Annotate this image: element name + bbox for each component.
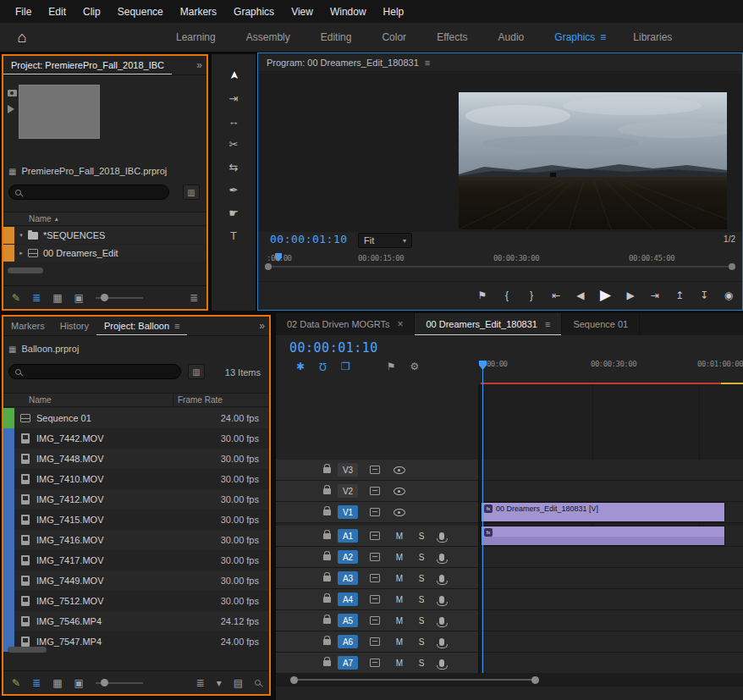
bin-row-img-7415-mov[interactable]: IMG_7415.MOV30.00 fps	[3, 510, 269, 530]
timeline-horizontal-scrollbar[interactable]	[276, 673, 743, 686]
solo-button[interactable]: S	[416, 553, 427, 562]
workspace-panel-menu-icon[interactable]: ≡	[600, 31, 618, 43]
sync-lock-icon[interactable]	[370, 508, 380, 516]
microphone-icon[interactable]	[439, 659, 444, 667]
zoom-slider[interactable]	[96, 682, 143, 684]
step-back-button[interactable]: ◀	[575, 289, 586, 301]
sort-icons-button[interactable]: ≣	[190, 292, 198, 304]
track-lane-v1[interactable]: fx00 Dreamers_Edit_180831 [V]	[481, 502, 743, 522]
workspace-tab-graphics[interactable]: Graphics	[539, 31, 600, 43]
timeline-playhead-line[interactable]	[482, 362, 483, 673]
lock-icon[interactable]	[323, 510, 331, 515]
selection-tool[interactable]: ➤	[226, 64, 241, 86]
sync-lock-icon[interactable]	[370, 553, 380, 561]
solo-button[interactable]: S	[416, 532, 427, 541]
search-filter-button[interactable]: ▥	[183, 185, 200, 200]
home-button[interactable]: ⌂	[0, 23, 44, 52]
microphone-icon[interactable]	[439, 617, 444, 625]
track-lane-a1[interactable]: fx	[481, 526, 743, 546]
track-lane-a4[interactable]	[481, 589, 743, 609]
solo-button[interactable]: S	[416, 616, 427, 626]
track-lane-a5[interactable]	[481, 610, 743, 631]
toggle-track-output-icon[interactable]	[394, 509, 405, 516]
toggle-track-output-icon[interactable]	[394, 466, 405, 474]
sync-lock-icon[interactable]	[370, 616, 380, 625]
playback-resolution[interactable]: 1/2	[724, 234, 735, 244]
lock-icon[interactable]	[323, 554, 331, 560]
freeform-view-button[interactable]: ▣	[74, 292, 83, 304]
mute-button[interactable]: M	[394, 553, 405, 562]
timeline-settings-button[interactable]: ⚙	[410, 361, 420, 372]
sync-lock-icon[interactable]	[370, 595, 380, 604]
bin-row-img-7442-mov[interactable]: IMG_7442.MOV30.00 fps	[3, 428, 269, 449]
track-lane-a2[interactable]	[481, 547, 743, 567]
find-button[interactable]	[255, 680, 261, 686]
bin-row-00-dreamers-edit[interactable]: ▸00 Dreamers_Edit	[3, 245, 206, 262]
lock-icon[interactable]	[323, 576, 331, 581]
workspace-tab-libraries[interactable]: Libraries	[618, 31, 687, 43]
program-timecode[interactable]: 00:00:01:10	[270, 233, 348, 245]
lock-icon[interactable]	[323, 618, 331, 624]
track-lane-v2[interactable]	[481, 481, 743, 501]
list-view-button[interactable]: ≣	[32, 292, 41, 304]
workspace-tab-assembly[interactable]: Assembly	[231, 31, 305, 43]
column-divider[interactable]	[173, 394, 173, 406]
expander-icon[interactable]: ▸	[14, 250, 28, 256]
horizontal-scrollbar[interactable]	[8, 267, 43, 273]
mute-button[interactable]: M	[394, 659, 405, 668]
export-frame-button[interactable]: ◉	[724, 289, 734, 301]
add-marker-button[interactable]: ⚑	[387, 361, 396, 372]
mark-out-button[interactable]: }	[526, 289, 537, 301]
hand-tool[interactable]: ☛	[223, 205, 245, 220]
zoom-handle-left[interactable]	[290, 676, 298, 684]
timeline-ruler[interactable]: :00:0000:00:30:0000:01:00:00	[481, 357, 743, 383]
type-tool[interactable]: T	[223, 228, 245, 243]
list-column-header[interactable]: Name ▴	[3, 212, 206, 226]
panel-menu-icon[interactable]: ≡	[174, 321, 179, 331]
razor-tool[interactable]: ✂	[223, 136, 245, 152]
mark-in-button[interactable]: {	[502, 289, 512, 301]
panel-overflow-chevron[interactable]: »	[196, 59, 202, 71]
freeform-view-button[interactable]: ▣	[74, 677, 83, 689]
solo-button[interactable]: S	[416, 659, 427, 668]
bin-row-img-7417-mov[interactable]: IMG_7417.MOV30.00 fps	[3, 550, 269, 570]
ripple-edit-tool[interactable]: ↔	[223, 113, 245, 129]
go-to-out-button[interactable]: ⇥	[650, 289, 660, 301]
toggle-track-output-icon[interactable]	[394, 488, 405, 495]
play-preview-icon[interactable]	[8, 105, 14, 113]
workspace-tab-effects[interactable]: Effects	[421, 31, 482, 43]
zoom-slider-knob[interactable]	[101, 679, 108, 686]
program-monitor-header[interactable]: Program: 00 Dreamers_Edit_180831 ≡	[258, 53, 742, 72]
track-badge-a4[interactable]: A4	[338, 593, 358, 606]
sequence-tab-00-dreamers-edit-180831[interactable]: 00 Dreamers_Edit_180831≡	[415, 313, 562, 335]
bin-row-img-7410-mov[interactable]: IMG_7410.MOV30.00 fps	[3, 469, 269, 489]
track-badge-v2[interactable]: V2	[338, 484, 358, 498]
lock-icon[interactable]	[323, 639, 331, 645]
track-badge-v1[interactable]: V1	[338, 505, 358, 519]
sync-lock-icon[interactable]	[370, 466, 380, 474]
close-icon[interactable]: ×	[397, 318, 403, 330]
list-column-header[interactable]: Name Frame Rate	[3, 393, 269, 407]
zoom-handle-left[interactable]	[265, 263, 272, 270]
mute-button[interactable]: M	[394, 595, 405, 604]
menu-file[interactable]: File	[7, 6, 40, 18]
zoom-slider[interactable]	[96, 297, 143, 299]
pen-tool[interactable]: ✒	[223, 182, 245, 197]
menu-edit[interactable]: Edit	[40, 6, 74, 18]
sort-direction-button[interactable]: ▾	[217, 677, 222, 689]
track-badge-a3[interactable]: A3	[338, 571, 358, 585]
sync-lock-icon[interactable]	[370, 574, 380, 582]
play-button[interactable]: ▶	[600, 286, 611, 304]
track-badge-a2[interactable]: A2	[338, 550, 358, 564]
bin-row-sequence-01[interactable]: Sequence 0124.00 fps	[3, 408, 269, 428]
zoom-handle-right[interactable]	[729, 263, 735, 270]
list-view-button[interactable]: ≣	[32, 677, 41, 689]
track-lane-v3[interactable]	[481, 460, 743, 480]
zoom-handle-right[interactable]	[531, 676, 539, 684]
zoom-level-select[interactable]: Fit ▾	[358, 233, 412, 248]
panel-menu-icon[interactable]: ≡	[425, 58, 430, 68]
audio-clip[interactable]: fx	[481, 526, 725, 546]
mute-button[interactable]: M	[394, 532, 405, 541]
tab-markers[interactable]: Markers	[3, 317, 52, 335]
microphone-icon[interactable]	[439, 638, 444, 646]
